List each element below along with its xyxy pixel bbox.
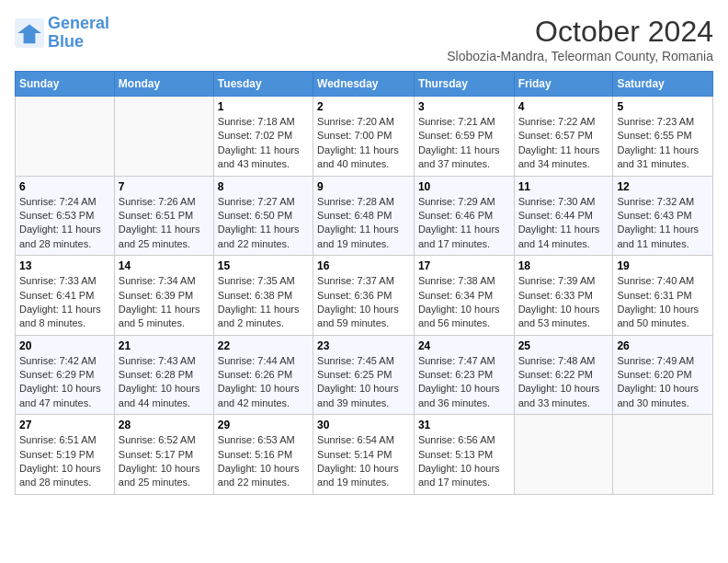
day-number: 7 bbox=[119, 180, 210, 193]
header-day: Friday bbox=[514, 72, 613, 97]
day-number: 5 bbox=[617, 100, 709, 113]
day-number: 9 bbox=[317, 180, 410, 193]
logo-icon bbox=[15, 18, 44, 48]
calendar-cell: 24 Sunrise: 7:47 AMSunset: 6:23 PMDaylig… bbox=[414, 335, 514, 415]
day-number: 21 bbox=[119, 339, 210, 352]
calendar-cell: 15 Sunrise: 7:35 AMSunset: 6:38 PMDaylig… bbox=[213, 256, 313, 336]
day-number: 19 bbox=[617, 259, 709, 272]
calendar-cell: 26 Sunrise: 7:49 AMSunset: 6:20 PMDaylig… bbox=[613, 335, 713, 415]
day-number: 17 bbox=[418, 259, 510, 272]
calendar-table: SundayMondayTuesdayWednesdayThursdayFrid… bbox=[15, 71, 713, 495]
day-number: 13 bbox=[19, 259, 110, 272]
day-info: Sunrise: 7:43 AMSunset: 6:28 PMDaylight:… bbox=[119, 354, 210, 411]
day-info: Sunrise: 7:40 AMSunset: 6:31 PMDaylight:… bbox=[617, 274, 709, 331]
page-header: General Blue October 2024 Slobozia-Mandr… bbox=[15, 15, 713, 63]
calendar-cell bbox=[16, 97, 115, 177]
day-number: 10 bbox=[418, 180, 510, 193]
calendar-cell: 11 Sunrise: 7:30 AMSunset: 6:44 PMDaylig… bbox=[514, 176, 613, 256]
header-day: Wednesday bbox=[313, 72, 415, 97]
header-day: Thursday bbox=[414, 72, 514, 97]
day-info: Sunrise: 7:48 AMSunset: 6:22 PMDaylight:… bbox=[518, 354, 609, 411]
calendar-row: 27 Sunrise: 6:51 AMSunset: 5:19 PMDaylig… bbox=[16, 415, 713, 495]
day-info: Sunrise: 6:52 AMSunset: 5:17 PMDaylight:… bbox=[119, 433, 210, 490]
header-row: SundayMondayTuesdayWednesdayThursdayFrid… bbox=[16, 72, 713, 97]
day-info: Sunrise: 7:49 AMSunset: 6:20 PMDaylight:… bbox=[617, 354, 709, 411]
day-number: 26 bbox=[617, 339, 709, 352]
day-info: Sunrise: 7:32 AMSunset: 6:43 PMDaylight:… bbox=[617, 195, 709, 252]
calendar-cell: 29 Sunrise: 6:53 AMSunset: 5:16 PMDaylig… bbox=[213, 415, 313, 495]
day-number: 27 bbox=[19, 419, 110, 431]
header-day: Sunday bbox=[16, 72, 115, 97]
day-info: Sunrise: 7:47 AMSunset: 6:23 PMDaylight:… bbox=[418, 354, 510, 411]
day-number: 14 bbox=[119, 259, 210, 272]
day-info: Sunrise: 7:20 AMSunset: 7:00 PMDaylight:… bbox=[317, 115, 410, 172]
day-info: Sunrise: 7:24 AMSunset: 6:53 PMDaylight:… bbox=[19, 195, 110, 252]
day-number: 31 bbox=[418, 419, 510, 431]
calendar-cell: 13 Sunrise: 7:33 AMSunset: 6:41 PMDaylig… bbox=[16, 256, 115, 336]
month-title: October 2024 bbox=[447, 15, 713, 49]
day-number: 28 bbox=[119, 419, 210, 431]
day-number: 2 bbox=[317, 100, 410, 113]
location-subtitle: Slobozia-Mandra, Teleorman County, Roman… bbox=[447, 49, 713, 63]
calendar-cell: 25 Sunrise: 7:48 AMSunset: 6:22 PMDaylig… bbox=[514, 335, 613, 415]
day-info: Sunrise: 7:42 AMSunset: 6:29 PMDaylight:… bbox=[19, 354, 110, 411]
calendar-row: 13 Sunrise: 7:33 AMSunset: 6:41 PMDaylig… bbox=[16, 256, 713, 336]
header-day: Tuesday bbox=[213, 72, 313, 97]
day-number: 18 bbox=[518, 259, 609, 272]
calendar-cell: 5 Sunrise: 7:23 AMSunset: 6:55 PMDayligh… bbox=[613, 97, 713, 177]
calendar-cell: 28 Sunrise: 6:52 AMSunset: 5:17 PMDaylig… bbox=[114, 415, 213, 495]
calendar-cell: 8 Sunrise: 7:27 AMSunset: 6:50 PMDayligh… bbox=[213, 176, 313, 256]
calendar-cell bbox=[613, 415, 713, 495]
day-number: 12 bbox=[617, 180, 709, 193]
day-info: Sunrise: 6:56 AMSunset: 5:13 PMDaylight:… bbox=[418, 433, 510, 490]
day-number: 11 bbox=[518, 180, 609, 193]
day-info: Sunrise: 7:30 AMSunset: 6:44 PMDaylight:… bbox=[518, 195, 609, 252]
header-day: Monday bbox=[114, 72, 213, 97]
calendar-cell: 12 Sunrise: 7:32 AMSunset: 6:43 PMDaylig… bbox=[613, 176, 713, 256]
calendar-cell: 27 Sunrise: 6:51 AMSunset: 5:19 PMDaylig… bbox=[16, 415, 115, 495]
calendar-cell: 6 Sunrise: 7:24 AMSunset: 6:53 PMDayligh… bbox=[16, 176, 115, 256]
calendar-cell: 3 Sunrise: 7:21 AMSunset: 6:59 PMDayligh… bbox=[414, 97, 514, 177]
day-info: Sunrise: 6:54 AMSunset: 5:14 PMDaylight:… bbox=[317, 433, 410, 490]
calendar-row: 20 Sunrise: 7:42 AMSunset: 6:29 PMDaylig… bbox=[16, 335, 713, 415]
calendar-cell bbox=[114, 97, 213, 177]
calendar-cell: 4 Sunrise: 7:22 AMSunset: 6:57 PMDayligh… bbox=[514, 97, 613, 177]
day-info: Sunrise: 7:34 AMSunset: 6:39 PMDaylight:… bbox=[119, 274, 210, 331]
calendar-cell bbox=[514, 415, 613, 495]
day-number: 29 bbox=[218, 419, 309, 431]
day-info: Sunrise: 7:21 AMSunset: 6:59 PMDaylight:… bbox=[418, 115, 510, 172]
day-info: Sunrise: 7:27 AMSunset: 6:50 PMDaylight:… bbox=[218, 195, 309, 252]
day-number: 1 bbox=[218, 100, 309, 113]
calendar-row: 6 Sunrise: 7:24 AMSunset: 6:53 PMDayligh… bbox=[16, 176, 713, 256]
day-number: 25 bbox=[518, 339, 609, 352]
day-number: 22 bbox=[218, 339, 309, 352]
day-info: Sunrise: 7:38 AMSunset: 6:34 PMDaylight:… bbox=[418, 274, 510, 331]
day-number: 8 bbox=[218, 180, 309, 193]
day-info: Sunrise: 7:23 AMSunset: 6:55 PMDaylight:… bbox=[617, 115, 709, 172]
day-info: Sunrise: 7:26 AMSunset: 6:51 PMDaylight:… bbox=[119, 195, 210, 252]
day-info: Sunrise: 6:51 AMSunset: 5:19 PMDaylight:… bbox=[19, 433, 110, 490]
calendar-cell: 17 Sunrise: 7:38 AMSunset: 6:34 PMDaylig… bbox=[414, 256, 514, 336]
day-number: 4 bbox=[518, 100, 609, 113]
calendar-cell: 21 Sunrise: 7:43 AMSunset: 6:28 PMDaylig… bbox=[114, 335, 213, 415]
day-number: 20 bbox=[19, 339, 110, 352]
day-info: Sunrise: 7:35 AMSunset: 6:38 PMDaylight:… bbox=[218, 274, 309, 331]
day-number: 15 bbox=[218, 259, 309, 272]
header-day: Saturday bbox=[613, 72, 713, 97]
calendar-cell: 19 Sunrise: 7:40 AMSunset: 6:31 PMDaylig… bbox=[613, 256, 713, 336]
day-info: Sunrise: 7:44 AMSunset: 6:26 PMDaylight:… bbox=[218, 354, 309, 411]
day-info: Sunrise: 7:33 AMSunset: 6:41 PMDaylight:… bbox=[19, 274, 110, 331]
day-info: Sunrise: 6:53 AMSunset: 5:16 PMDaylight:… bbox=[218, 433, 309, 490]
calendar-cell: 31 Sunrise: 6:56 AMSunset: 5:13 PMDaylig… bbox=[414, 415, 514, 495]
logo: General Blue bbox=[15, 15, 109, 52]
day-info: Sunrise: 7:45 AMSunset: 6:25 PMDaylight:… bbox=[317, 354, 410, 411]
day-info: Sunrise: 7:18 AMSunset: 7:02 PMDaylight:… bbox=[218, 115, 309, 172]
calendar-cell: 7 Sunrise: 7:26 AMSunset: 6:51 PMDayligh… bbox=[114, 176, 213, 256]
calendar-cell: 30 Sunrise: 6:54 AMSunset: 5:14 PMDaylig… bbox=[313, 415, 415, 495]
day-info: Sunrise: 7:29 AMSunset: 6:46 PMDaylight:… bbox=[418, 195, 510, 252]
calendar-cell: 20 Sunrise: 7:42 AMSunset: 6:29 PMDaylig… bbox=[16, 335, 115, 415]
day-number: 23 bbox=[317, 339, 410, 352]
calendar-cell: 14 Sunrise: 7:34 AMSunset: 6:39 PMDaylig… bbox=[114, 256, 213, 336]
day-number: 3 bbox=[418, 100, 510, 113]
calendar-cell: 2 Sunrise: 7:20 AMSunset: 7:00 PMDayligh… bbox=[313, 97, 415, 177]
